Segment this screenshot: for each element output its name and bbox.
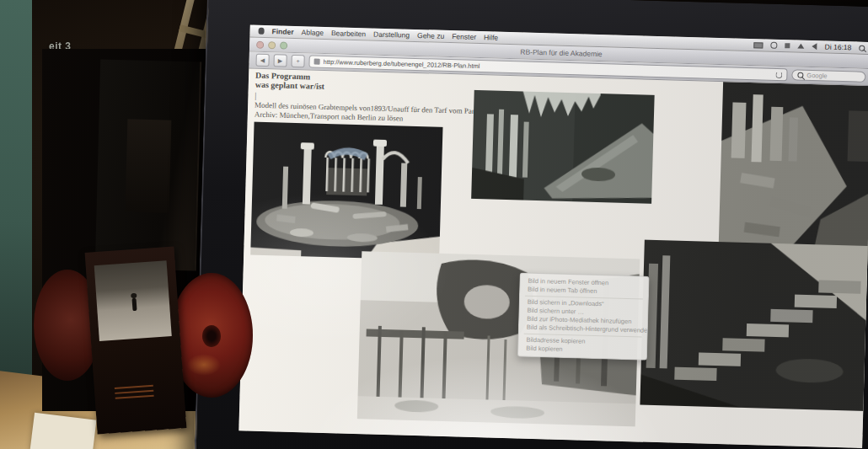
volume-icon[interactable] bbox=[812, 43, 817, 50]
cd-hole bbox=[202, 325, 221, 347]
monitor-bezel: Finder Ablage Bearbeiten Darstellung Geh… bbox=[193, 0, 868, 449]
cd-booklet bbox=[85, 247, 187, 435]
spotlight-icon[interactable] bbox=[859, 45, 865, 51]
projection-screen-edge bbox=[0, 0, 32, 403]
menubar-clock[interactable]: Di 16:18 bbox=[825, 42, 852, 51]
menubar-item-gehe-zu[interactable]: Gehe zu bbox=[417, 31, 444, 40]
menubar-item-hilfe[interactable]: Hilfe bbox=[484, 33, 498, 41]
sync-icon[interactable] bbox=[771, 42, 778, 49]
snapshot-photo bbox=[94, 260, 172, 341]
search-placeholder: Google bbox=[806, 72, 827, 80]
menubar-item-darstellung[interactable]: Darstellung bbox=[373, 30, 410, 40]
reload-icon[interactable] bbox=[775, 71, 782, 78]
ruins-photo-temple-overview[interactable] bbox=[250, 122, 442, 260]
forward-button[interactable]: ▶ bbox=[273, 54, 287, 67]
text-caret: | bbox=[255, 91, 256, 100]
page-heading-line2: was geplant war/ist bbox=[255, 80, 325, 91]
input-icon[interactable] bbox=[785, 43, 790, 48]
new-tab-button[interactable]: + bbox=[291, 55, 304, 67]
search-field[interactable]: Google bbox=[791, 69, 865, 82]
menubar-item-bearbeiten[interactable]: Bearbeiten bbox=[331, 29, 366, 38]
favicon bbox=[314, 59, 320, 65]
book-cover-art bbox=[126, 119, 172, 212]
menubar-item-finder[interactable]: Finder bbox=[271, 27, 293, 36]
standing-book bbox=[95, 59, 201, 270]
context-menu: Bild in neuem Fenster öffnen Bild in neu… bbox=[517, 272, 650, 360]
ruins-photo-stairs[interactable] bbox=[640, 240, 868, 411]
url-text: http://www.ruberberg.de/tubenengel_2012/… bbox=[323, 58, 480, 70]
apple-icon[interactable] bbox=[258, 28, 264, 35]
battery-icon[interactable] bbox=[754, 42, 764, 48]
wifi-icon[interactable] bbox=[798, 44, 805, 49]
screen: Finder Ablage Bearbeiten Darstellung Geh… bbox=[238, 24, 868, 447]
search-icon bbox=[797, 72, 803, 78]
menubar-item-fenster[interactable]: Fenster bbox=[452, 32, 476, 41]
webpage: Das Programm was geplant war/ist | Model… bbox=[238, 68, 868, 447]
ruins-photo-right-cluster[interactable] bbox=[718, 82, 868, 265]
menubar-item-ablage[interactable]: Ablage bbox=[301, 28, 324, 37]
ruins-photo-hall-detail[interactable] bbox=[471, 90, 655, 204]
back-button[interactable]: ◀ bbox=[255, 54, 269, 67]
